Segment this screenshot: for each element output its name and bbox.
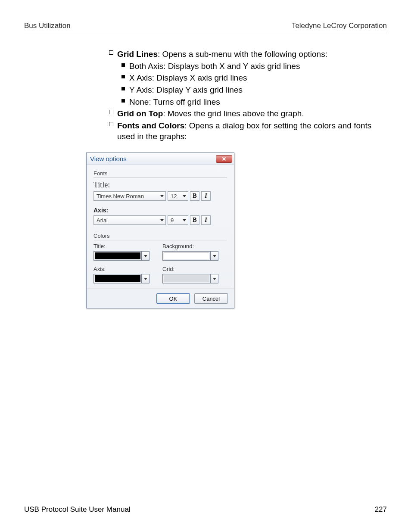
chevron-down-icon [160,195,164,197]
grid-color-dropdown[interactable] [211,274,218,283]
axis-font-label: Axis: [93,207,227,214]
header-left: Bus Utilization [24,22,71,30]
title-bold-button[interactable]: B [190,191,199,201]
square-bullet-icon [109,110,113,114]
subitem: Both Axis: Displays both X and Y axis gr… [129,61,387,72]
color-axis-label: Axis: [93,266,158,272]
filled-square-bullet-icon [121,63,125,67]
subitem: Y Axis: Display Y axis grid lines [129,84,387,96]
page-number: 227 [375,505,387,514]
title-size-combo[interactable]: 12 [168,191,188,201]
cancel-button[interactable]: Cancel [194,293,228,304]
footer-left: USB Protocol Suite User Manual [24,505,131,514]
axis-color-dropdown[interactable] [142,274,149,283]
chevron-down-icon [213,278,216,280]
title-font-combo[interactable]: Times New Roman [93,191,166,201]
dialog-titlebar: View options [87,153,234,165]
close-button[interactable] [216,155,232,163]
body-text: Grid Lines: Opens a sub-menu with the fo… [105,49,387,142]
chevron-down-icon [144,255,147,257]
subitem: X Axis: Displays X axis grid lines [129,72,387,84]
title-font-label: Title: [93,180,227,190]
filled-square-bullet-icon [121,75,125,78]
square-bullet-icon [109,122,113,126]
fonts-section-label: Fonts [93,170,227,177]
ok-button[interactable]: OK [156,293,190,304]
color-title-label: Title: [93,243,158,249]
item-grid-on-top: Grid on Top: Moves the grid lines above … [117,108,387,119]
axis-font-combo[interactable]: Arial [93,215,166,225]
page-footer: USB Protocol Suite User Manual 227 [24,505,387,514]
background-color-dropdown[interactable] [211,251,218,261]
filled-square-bullet-icon [121,87,125,90]
colors-section-label: Colors [93,233,227,239]
chevron-down-icon [160,219,164,221]
axis-color-swatch[interactable] [93,274,142,283]
chevron-down-icon [144,278,147,280]
dialog-title: View options [90,155,127,162]
color-grid-label: Grid: [162,266,227,272]
axis-italic-button[interactable]: I [201,215,211,225]
axis-size-combo[interactable]: 9 [168,215,188,225]
item-fonts-colors: Fonts and Colors: Opens a dialog box for… [117,120,387,142]
title-color-swatch[interactable] [93,251,142,261]
background-color-swatch[interactable] [162,251,211,261]
chevron-down-icon [183,195,186,197]
square-bullet-icon [109,50,113,55]
view-options-dialog: View options Fonts Title: Times New Roma… [86,152,234,308]
axis-bold-button[interactable]: B [190,215,199,225]
color-background-label: Background: [162,243,227,249]
item-grid-lines: Grid Lines: Opens a sub-menu with the fo… [117,49,387,60]
grid-color-swatch[interactable] [162,274,211,283]
page-header: Bus Utilization Teledyne LeCroy Corporat… [24,22,387,33]
chevron-down-icon [183,219,186,221]
filled-square-bullet-icon [121,99,125,103]
title-color-dropdown[interactable] [142,251,149,261]
title-italic-button[interactable]: I [201,191,211,201]
header-right: Teledyne LeCroy Corporation [292,22,387,30]
chevron-down-icon [213,255,216,257]
subitem: None: Turns off grid lines [129,96,387,108]
